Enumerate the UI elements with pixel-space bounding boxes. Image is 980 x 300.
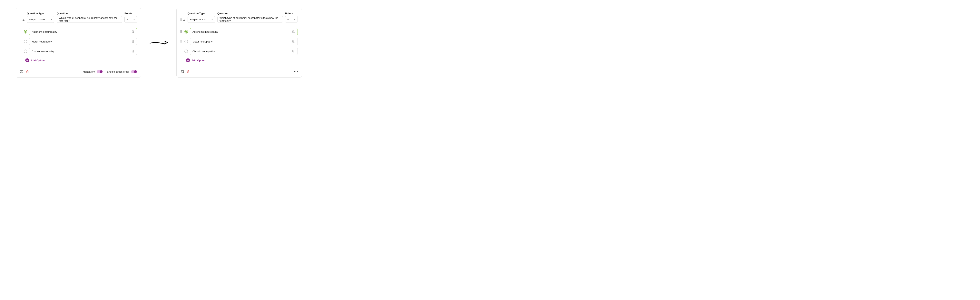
question-label: Question <box>217 12 283 15</box>
card-drag-collapse[interactable] <box>20 18 24 23</box>
question-type-field: Question Type Single Choice <box>188 12 215 23</box>
option-input[interactable]: Chronic neuropathy <box>29 48 137 55</box>
question-label: Question <box>57 12 122 15</box>
option-row: Chronic neuropathy <box>180 48 298 55</box>
mandatory-toggle-group: Mandatory <box>83 70 102 73</box>
chevron-down-icon <box>211 19 213 20</box>
question-card-left: Question Type Single Choice Question Whi… <box>16 8 141 78</box>
question-text-field: Question Which type of peripheral neurop… <box>57 12 122 23</box>
collapse-icon[interactable] <box>22 19 24 21</box>
mandatory-label: Mandatory <box>83 70 95 73</box>
option-radio[interactable] <box>185 40 188 43</box>
option-row: Motor neuropathy <box>180 38 298 45</box>
question-type-label: Question Type <box>27 12 54 15</box>
option-input[interactable]: Motor neuropathy <box>29 38 137 45</box>
question-text-value: Which type of peripheral neuropathy affe… <box>220 16 281 22</box>
shuffle-toggle[interactable] <box>131 70 137 73</box>
more-options-icon[interactable] <box>294 71 298 72</box>
option-label: Autonomic neuropathy <box>192 30 218 33</box>
option-row: Chronic neuropathy <box>20 48 137 55</box>
add-option-label: Add Option <box>191 59 205 62</box>
question-text-field: Question Which type of peripheral neurop… <box>217 12 283 23</box>
note-icon[interactable] <box>292 30 295 33</box>
option-radio[interactable] <box>24 40 27 43</box>
option-radio[interactable] <box>185 30 188 33</box>
options-list: Autonomic neuropathy Motor neuropathy Ch… <box>20 28 137 55</box>
footer-left <box>180 70 190 73</box>
option-label: Chronic neuropathy <box>192 50 215 53</box>
trash-icon[interactable] <box>25 70 29 73</box>
drag-handle-icon[interactable] <box>180 50 183 53</box>
question-text-value: Which type of peripheral neuropathy affe… <box>59 16 120 22</box>
note-icon[interactable] <box>292 40 295 43</box>
question-type-select[interactable]: Single Choice <box>188 16 215 23</box>
card-footer <box>180 67 298 73</box>
option-row: Autonomic neuropathy <box>20 28 137 35</box>
shuffle-label: Shuffle option order <box>107 70 129 73</box>
add-option-button[interactable]: + Add Option <box>186 58 298 62</box>
drag-handle-icon[interactable] <box>180 40 183 43</box>
points-value: 4 <box>287 18 289 21</box>
option-label: Chronic neuropathy <box>32 50 54 53</box>
question-type-label: Question Type <box>188 12 215 15</box>
chevron-down-icon <box>294 19 296 20</box>
image-icon[interactable] <box>180 70 184 73</box>
note-icon[interactable] <box>292 50 295 53</box>
drag-handle-icon[interactable] <box>180 30 183 33</box>
plus-icon: + <box>25 58 29 62</box>
trash-icon[interactable] <box>186 70 190 73</box>
points-label: Points <box>124 12 137 15</box>
option-radio[interactable] <box>24 30 27 33</box>
drag-handle-icon[interactable] <box>20 30 22 33</box>
option-row: Motor neuropathy <box>20 38 137 45</box>
option-input[interactable]: Autonomic neuropathy <box>29 28 137 35</box>
drag-handle-icon[interactable] <box>20 40 22 43</box>
points-value: 4 <box>127 18 128 21</box>
drag-handle-icon[interactable] <box>180 18 183 22</box>
question-type-value: Single Choice <box>190 18 205 21</box>
add-option-button[interactable]: + Add Option <box>25 58 137 62</box>
svg-point-9 <box>182 71 182 71</box>
option-radio[interactable] <box>185 49 188 53</box>
question-type-value: Single Choice <box>29 18 45 21</box>
points-select[interactable]: 4 <box>285 16 298 23</box>
option-radio[interactable] <box>24 49 27 53</box>
note-icon[interactable] <box>131 40 134 43</box>
question-header: Question Type Single Choice Question Whi… <box>20 12 137 23</box>
add-option-label: Add Option <box>31 59 45 62</box>
question-type-field: Question Type Single Choice <box>27 12 54 23</box>
card-footer: Mandatory Shuffle option order <box>20 67 137 73</box>
points-field: Points 4 <box>124 12 137 23</box>
question-text-input[interactable]: Which type of peripheral neuropathy affe… <box>217 16 283 23</box>
chevron-down-icon <box>51 19 52 20</box>
plus-icon: + <box>186 58 190 62</box>
option-input[interactable]: Chronic neuropathy <box>190 48 298 55</box>
drag-handle-icon[interactable] <box>20 18 22 22</box>
svg-rect-3 <box>20 70 23 73</box>
footer-right: Mandatory Shuffle option order <box>83 70 137 73</box>
drag-handle-icon[interactable] <box>20 50 22 53</box>
question-text-input[interactable]: Which type of peripheral neuropathy affe… <box>57 16 122 23</box>
option-input[interactable]: Autonomic neuropathy <box>190 28 298 35</box>
option-row: Autonomic neuropathy <box>180 28 298 35</box>
points-field: Points 4 <box>285 12 298 23</box>
chevron-down-icon <box>133 19 135 20</box>
mandatory-toggle[interactable] <box>97 70 103 73</box>
option-label: Motor neuropathy <box>32 40 52 43</box>
svg-point-4 <box>21 71 21 71</box>
card-drag-collapse[interactable] <box>180 18 185 23</box>
image-icon[interactable] <box>20 70 23 73</box>
footer-left <box>20 70 29 73</box>
option-input[interactable]: Motor neuropathy <box>190 38 298 45</box>
collapse-icon[interactable] <box>183 19 185 21</box>
question-card-right: Question Type Single Choice Question Whi… <box>177 8 302 78</box>
options-list: Autonomic neuropathy Motor neuropathy Ch… <box>180 28 298 55</box>
svg-rect-8 <box>181 70 184 73</box>
question-type-select[interactable]: Single Choice <box>27 16 54 23</box>
note-icon[interactable] <box>131 30 134 33</box>
points-select[interactable]: 4 <box>124 16 137 23</box>
note-icon[interactable] <box>131 50 134 53</box>
transition-arrow-icon <box>149 40 169 46</box>
shuffle-toggle-group: Shuffle option order <box>107 70 137 73</box>
option-label: Autonomic neuropathy <box>32 30 57 33</box>
